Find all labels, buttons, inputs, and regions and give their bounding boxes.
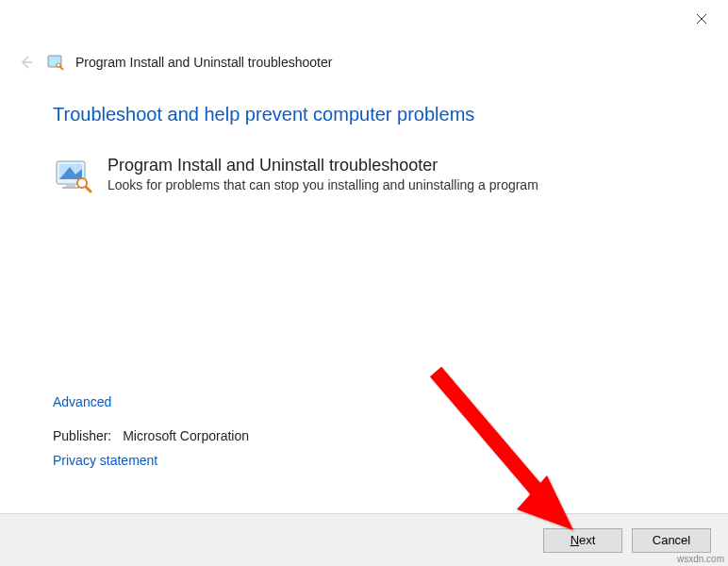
app-icon [47,54,64,71]
publisher-row: Publisher: Microsoft Corporation [53,428,249,443]
watermark: wsxdn.com [677,554,724,564]
svg-point-5 [57,63,60,67]
troubleshooter-title: Program Install and Uninstall troublesho… [108,156,538,175]
cancel-button[interactable]: Cancel [632,528,711,553]
dialog-footer: Next Cancel [0,513,728,566]
privacy-link[interactable]: Privacy statement [53,453,249,468]
page-heading: Troubleshoot and help prevent computer p… [53,104,690,125]
svg-line-11 [86,187,91,191]
troubleshooter-item: Program Install and Uninstall troublesho… [53,156,690,195]
publisher-label: Publisher: [53,428,111,443]
svg-rect-9 [62,187,79,189]
advanced-link[interactable]: Advanced [53,394,249,409]
troubleshooter-description: Looks for problems that can stop you ins… [108,177,538,192]
svg-line-12 [436,372,545,500]
svg-rect-8 [66,184,75,187]
window-title: Program Install and Uninstall troublesho… [75,55,332,70]
publisher-value: Microsoft Corporation [123,428,249,443]
next-button-rest: ext [579,533,595,547]
back-button [17,53,36,72]
back-arrow-icon [19,55,34,70]
troubleshooter-icon [53,156,92,195]
close-button[interactable] [687,6,717,32]
close-icon [696,13,707,25]
next-button[interactable]: Next [543,528,622,553]
